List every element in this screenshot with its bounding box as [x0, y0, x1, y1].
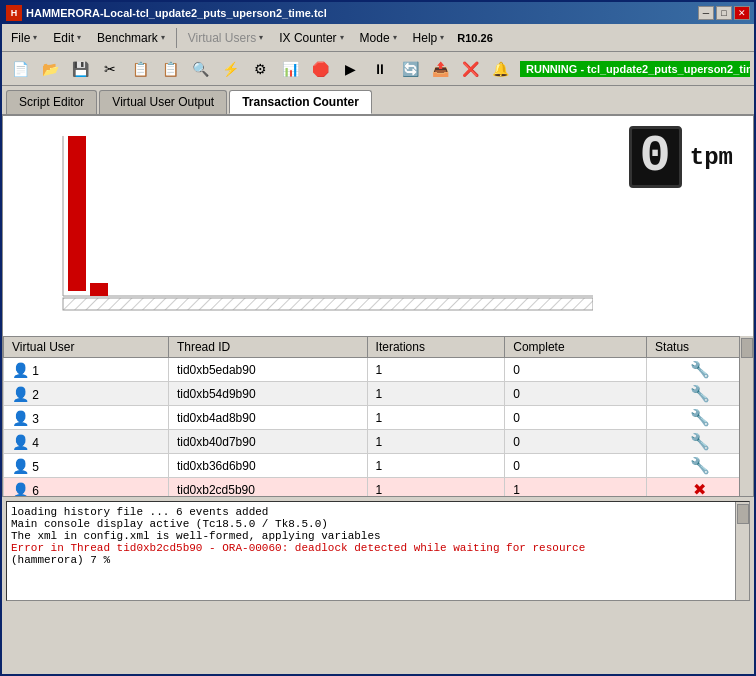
file-menu-arrow: ▾ — [33, 33, 37, 42]
window-controls[interactable]: ─ □ ✕ — [698, 6, 750, 20]
cell-thread-4: tid0xb40d7b90 — [168, 430, 367, 454]
menu-bar: File ▾ Edit ▾ Benchmark ▾ Virtual Users … — [2, 24, 754, 52]
settings-button[interactable]: ⚙ — [246, 56, 274, 82]
maximize-button[interactable]: □ — [716, 6, 732, 20]
table-row: 👤 2 tid0xb54d9b90 1 0 🔧 — [4, 382, 753, 406]
copy-button[interactable]: 📋 — [126, 56, 154, 82]
virtual-users-label: Virtual Users — [188, 31, 256, 45]
console-scrollbar[interactable] — [735, 502, 749, 600]
refresh-button[interactable]: 🔄 — [396, 56, 424, 82]
minimize-button[interactable]: ─ — [698, 6, 714, 20]
menu-divider-1 — [176, 28, 177, 48]
console-line: Main console display active (Tc18.5.0 / … — [11, 518, 745, 530]
cell-user-5: 👤 5 — [4, 454, 169, 478]
help-arrow: ▾ — [440, 33, 444, 42]
console-scrollbar-thumb[interactable] — [737, 504, 749, 524]
close-button[interactable]: ✕ — [734, 6, 750, 20]
running-status: RUNNING - tcl_update2_puts_uperson2_time… — [520, 61, 750, 77]
console-line: (hammerora) 7 % — [11, 554, 745, 566]
ix-counter-menu[interactable]: IX Counter ▾ — [272, 27, 350, 49]
mode-arrow: ▾ — [393, 33, 397, 42]
edit-menu-label: Edit — [53, 31, 74, 45]
tab-virtual-user-label: Virtual User Output — [112, 95, 214, 109]
virtual-users-arrow: ▾ — [259, 33, 263, 42]
benchmark-menu-arrow: ▾ — [161, 33, 165, 42]
cell-complete-4: 0 — [505, 430, 647, 454]
cell-user-3: 👤 3 — [4, 406, 169, 430]
console-area: loading history file ... 6 events addedM… — [6, 501, 750, 601]
mode-menu[interactable]: Mode ▾ — [353, 27, 404, 49]
cell-thread-3: tid0xb4ad8b90 — [168, 406, 367, 430]
chart-button[interactable]: 📊 — [276, 56, 304, 82]
tab-script-editor[interactable]: Script Editor — [6, 90, 97, 114]
chart-area: 0 tpm — [3, 116, 753, 336]
tab-transaction-counter[interactable]: Transaction Counter — [229, 90, 372, 114]
cell-status-5: 🔧 — [647, 454, 753, 478]
cell-status-4: 🔧 — [647, 430, 753, 454]
data-table: Virtual User Thread ID Iterations Comple… — [3, 336, 753, 496]
col-header-iterations: Iterations — [367, 337, 505, 358]
title-bar: H HAMMERORA-Local-tcl_update2_puts_upers… — [2, 2, 754, 24]
find-button[interactable]: 🔍 — [186, 56, 214, 82]
cell-iterations-5: 1 — [367, 454, 505, 478]
main-content: 0 tpm — [2, 115, 754, 497]
export-button[interactable]: 📤 — [426, 56, 454, 82]
cell-iterations-4: 1 — [367, 430, 505, 454]
tab-virtual-user-output[interactable]: Virtual User Output — [99, 90, 227, 114]
cell-user-6: 👤 6 — [4, 478, 169, 497]
console-line: loading history file ... 6 events added — [11, 506, 745, 518]
cell-user-4: 👤 4 — [4, 430, 169, 454]
table-scrollbar[interactable] — [739, 336, 753, 496]
mode-label: Mode — [360, 31, 390, 45]
cell-iterations-1: 1 — [367, 358, 505, 382]
paste-button[interactable]: 📋 — [156, 56, 184, 82]
cell-iterations-2: 1 — [367, 382, 505, 406]
compile-button[interactable]: ⚡ — [216, 56, 244, 82]
cell-thread-5: tid0xb36d6b90 — [168, 454, 367, 478]
ix-counter-arrow: ▾ — [340, 33, 344, 42]
col-header-virtual-user: Virtual User — [4, 337, 169, 358]
tabs: Script Editor Virtual User Output Transa… — [2, 86, 754, 115]
cell-complete-5: 0 — [505, 454, 647, 478]
help-menu[interactable]: Help ▾ — [406, 27, 452, 49]
cell-status-3: 🔧 — [647, 406, 753, 430]
toolbar: 📄 📂 💾 ✂ 📋 📋 🔍 ⚡ ⚙ 📊 🛑 ▶ ⏸ 🔄 📤 ❌ 🔔 RUNNIN… — [2, 52, 754, 86]
console-line: Error in Thread tid0xb2cd5b90 - ORA-0006… — [11, 542, 745, 554]
table-row: 👤 1 tid0xb5edab90 1 0 🔧 — [4, 358, 753, 382]
window-title: HAMMERORA-Local-tcl_update2_puts_uperson… — [26, 7, 327, 19]
version-label: R10.26 — [457, 32, 492, 44]
tab-transaction-counter-label: Transaction Counter — [242, 95, 359, 109]
table-row: 👤 4 tid0xb40d7b90 1 0 🔧 — [4, 430, 753, 454]
cell-status-2: 🔧 — [647, 382, 753, 406]
table-row: 👤 5 tid0xb36d6b90 1 0 🔧 — [4, 454, 753, 478]
svg-rect-5 — [63, 298, 593, 310]
stop-button[interactable]: 🛑 — [306, 56, 334, 82]
cell-user-2: 👤 2 — [4, 382, 169, 406]
table-row: 👤 3 tid0xb4ad8b90 1 0 🔧 — [4, 406, 753, 430]
cut-button[interactable]: ✂ — [96, 56, 124, 82]
scrollbar-thumb[interactable] — [741, 338, 753, 358]
edit-menu[interactable]: Edit ▾ — [46, 27, 88, 49]
col-header-thread-id: Thread ID — [168, 337, 367, 358]
cell-status-1: 🔧 — [647, 358, 753, 382]
app-icon: H — [6, 5, 22, 21]
cell-iterations-3: 1 — [367, 406, 505, 430]
file-menu[interactable]: File ▾ — [4, 27, 44, 49]
new-button[interactable]: 📄 — [6, 56, 34, 82]
cell-user-1: 👤 1 — [4, 358, 169, 382]
cell-thread-1: tid0xb5edab90 — [168, 358, 367, 382]
pause-button[interactable]: ⏸ — [366, 56, 394, 82]
benchmark-menu[interactable]: Benchmark ▾ — [90, 27, 172, 49]
open-button[interactable]: 📂 — [36, 56, 64, 82]
svg-rect-3 — [90, 283, 108, 296]
alert-button[interactable]: 🔔 — [486, 56, 514, 82]
bottom-section: loading history file ... 6 events addedM… — [2, 497, 754, 605]
table-wrapper: Virtual User Thread ID Iterations Comple… — [3, 336, 753, 496]
close-script-button[interactable]: ❌ — [456, 56, 484, 82]
virtual-users-menu[interactable]: Virtual Users ▾ — [181, 27, 270, 49]
cell-complete-6: 1 — [505, 478, 647, 497]
col-header-status: Status — [647, 337, 753, 358]
run-button[interactable]: ▶ — [336, 56, 364, 82]
benchmark-menu-label: Benchmark — [97, 31, 158, 45]
save-button[interactable]: 💾 — [66, 56, 94, 82]
